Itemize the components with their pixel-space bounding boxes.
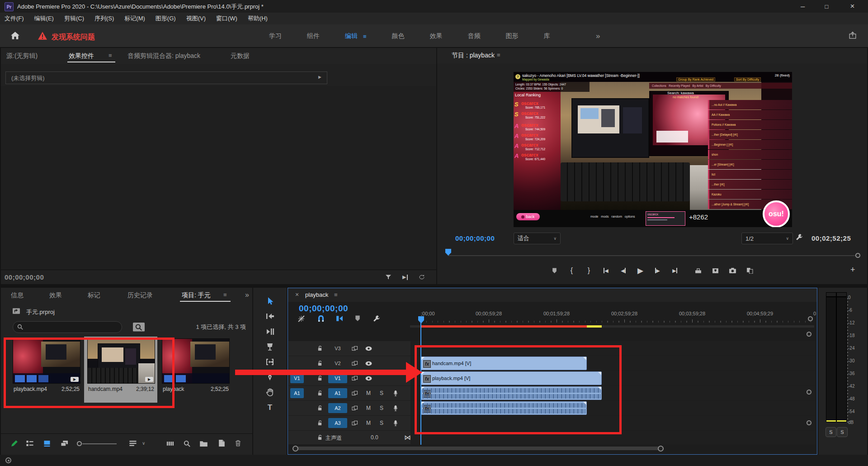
extract-icon[interactable] [712,266,719,275]
menu-sequence[interactable]: 序列(S) [94,14,114,23]
clip-playback-v1[interactable]: fx playback.mp4 [V] [421,371,602,385]
project-item-handcam-mp4[interactable]: ▶ handcam.mp4 2;39;12 [87,338,155,392]
razor-tool[interactable] [253,340,287,353]
search-input[interactable] [13,321,122,333]
automate-to-sequence-icon[interactable] [166,441,174,447]
system-warning-text[interactable]: 发现系统问题 [52,33,95,42]
project-menu-icon[interactable]: ≡ [223,291,227,298]
go-to-in-icon[interactable]: ◀ [603,266,610,275]
add-marker-icon[interactable] [551,266,558,275]
timeline-hscrollbar[interactable] [294,447,661,450]
lock-icon[interactable] [315,360,325,367]
tab-effects[interactable]: 效果 [49,291,62,300]
workspace-tab-menu-icon[interactable]: ≡ [363,33,367,40]
mute-button[interactable]: M [366,420,371,426]
keyframe-bowtie-icon[interactable]: ⋈ [404,433,411,442]
workspace-overflow-icon[interactable]: » [596,32,600,41]
home-icon[interactable] [11,32,19,39]
go-to-out-icon[interactable]: ▶ [671,266,679,275]
workspace-tab-color[interactable]: 颜色 [392,32,405,40]
hscroll-left-knob[interactable] [292,446,298,452]
sync-lock-icon[interactable] [350,404,360,412]
solo-left-button[interactable]: S [826,427,836,437]
lift-icon[interactable] [695,266,702,275]
workspace-tab-editing[interactable]: 编辑 [345,32,358,40]
project-item-playback-mp4[interactable]: ▶ playback.mp4 2;52;25 [13,338,80,392]
track-name-a2[interactable]: A2 [328,403,347,413]
sync-lock-icon[interactable] [350,375,360,382]
tab-history[interactable]: 历史记录 [127,291,153,300]
tab-program-monitor[interactable]: 节目 : playback [452,52,495,60]
ruler-end-knob[interactable] [808,316,813,321]
project-breadcrumb[interactable]: 手元.prproj [26,308,55,316]
ripple-edit-tool[interactable] [253,325,287,338]
toggle-track-output-eye-icon[interactable] [363,345,373,352]
mute-button[interactable]: M [366,390,371,396]
timeline-ruler[interactable]: ;00;00 00;00;59;28 00;01;59;28 00;02;59;… [410,308,816,323]
menu-clip[interactable]: 剪辑(C) [64,14,84,23]
resolution-dropdown[interactable]: 1/2∨ [741,233,793,244]
toggle-track-output-eye-icon[interactable] [363,375,373,382]
fit-dropdown[interactable]: 适合∨ [514,233,561,244]
sort-icon[interactable] [129,440,137,447]
lock-icon[interactable] [315,390,325,397]
sort-chevron-icon[interactable]: ∨ [142,441,145,446]
track-name-v2[interactable]: V2 [328,358,347,368]
source-patch-v1[interactable]: V1 [290,373,304,383]
menu-graphics[interactable]: 图形(G) [156,14,176,23]
expand-icon[interactable]: ► [317,74,322,80]
comparison-view-icon[interactable] [746,266,754,275]
effect-controls-timecode[interactable]: 00;00;00;00 [5,273,44,281]
lock-icon[interactable] [315,434,325,441]
hand-tool[interactable] [253,385,287,399]
track-lane-master[interactable] [410,431,816,444]
track-name-a1[interactable]: A1 [328,388,347,398]
timeline-tab[interactable]: playback [305,291,328,298]
export-icon[interactable] [849,32,856,39]
program-scrubber-track[interactable] [448,255,860,256]
clear-trash-icon[interactable] [235,440,241,447]
track-select-forward-tool[interactable] [253,309,287,323]
list-view-icon[interactable] [26,441,33,447]
step-back-icon[interactable]: ◀ [620,266,627,275]
workspace-tab-libraries[interactable]: 库 [544,32,550,40]
timeline-timecode[interactable]: 00;00;00;00 [299,304,348,314]
sync-lock-icon[interactable] [350,360,360,367]
type-tool[interactable]: T [253,401,287,414]
master-volume-value[interactable]: 0.0 [371,434,378,441]
workspace-tab-assembly[interactable]: 组件 [307,32,320,40]
clip-audio-a1[interactable]: fx [421,386,602,400]
vscroll-knob[interactable] [807,332,811,337]
lock-icon[interactable] [315,345,325,352]
program-timecode[interactable]: 00;00;00;00 [455,234,495,242]
new-item-icon[interactable] [219,440,225,447]
track-name-v1[interactable]: V1 [328,373,347,383]
workspace-tab-effects[interactable]: 效果 [430,32,443,40]
sync-lock-icon[interactable] [350,345,360,352]
selection-tool[interactable] [253,294,287,308]
close-button[interactable]: × [842,0,863,13]
track-name-a3[interactable]: A3 [328,418,347,428]
tab-markers[interactable]: 标记 [88,291,100,300]
solo-button[interactable]: S [380,405,383,411]
toggle-track-output-eye-icon[interactable] [363,360,373,367]
program-playhead-marker[interactable] [445,249,451,256]
play-button-icon[interactable]: ▶ [637,266,644,275]
solo-right-button[interactable]: S [837,427,848,437]
mark-in-icon[interactable]: { [568,266,576,275]
scrubber-zoom-knob[interactable] [855,253,860,258]
clip-audio-a2[interactable]: fx [421,401,587,415]
find-icon[interactable] [184,440,190,447]
slip-tool[interactable] [253,355,287,369]
menu-edit[interactable]: 编辑(E) [34,14,54,23]
tab-source-monitor[interactable]: 源:(无剪辑) [6,52,38,60]
workspace-tab-learning[interactable]: 学习 [269,32,282,40]
lock-icon[interactable] [315,404,325,412]
tab-info[interactable]: 信息 [11,291,24,300]
lock-icon[interactable] [315,419,325,427]
sync-lock-icon[interactable] [350,419,360,427]
workspace-tab-audio[interactable]: 音频 [468,32,481,40]
writable-pencil-icon[interactable] [11,440,18,447]
track-lane-v3[interactable] [410,341,816,356]
tab-metadata[interactable]: 元数据 [231,52,250,60]
